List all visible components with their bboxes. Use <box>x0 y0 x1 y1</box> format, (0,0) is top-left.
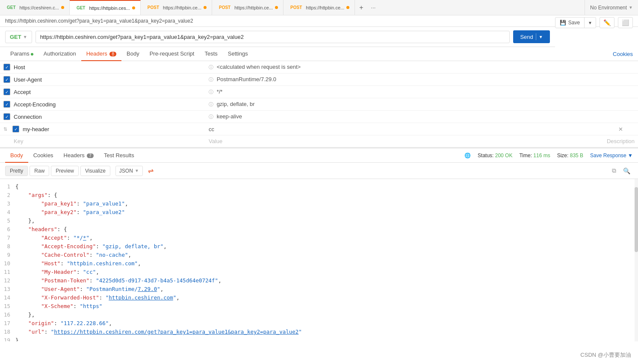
search-button[interactable]: 🔍 <box>620 166 633 176</box>
header-row-connection: ✓ Connection ⓘ keep-alive <box>0 111 638 123</box>
save-label: Save <box>568 20 580 26</box>
save-response-button[interactable]: Save Response ▼ <box>590 153 633 159</box>
delete-my-header-icon[interactable]: ✕ <box>618 126 623 132</box>
tab-item-4[interactable]: POST https://httpbin.ce... <box>212 0 284 15</box>
header-value-my-header: cc <box>209 126 214 132</box>
header-checkbox-host[interactable]: ✓ <box>3 64 10 70</box>
resp-headers-badge: 7 <box>87 153 94 158</box>
tab-method-3: POST <box>146 5 161 10</box>
view-preview-button[interactable]: Preview <box>51 166 79 176</box>
tab-method-1: GET <box>5 5 18 10</box>
request-tabs: Params Authorization Headers 8 Body Pre-… <box>0 47 638 61</box>
headers-area: ✓ Host ⓘ <calculated when request is sen… <box>0 61 638 148</box>
resp-tab-headers[interactable]: Headers 7 <box>59 149 99 163</box>
method-chevron-icon: ▼ <box>23 35 27 39</box>
header-key-accept-encoding: Accept-Encoding <box>14 101 56 108</box>
tab-authorization[interactable]: Authorization <box>38 47 81 61</box>
code-line-15: 15 "X-Scheme": "https" <box>0 302 638 311</box>
code-line-12: 12 "Postman-Token": "4225d0d5-d917-43d7-… <box>0 276 638 285</box>
tab-item-3[interactable]: POST https://httpbin.ce... <box>141 0 212 15</box>
header-row-new: Key Value Description <box>0 135 638 147</box>
code-line-10: 10 "Host": "httpbin.ceshiren.com", <box>0 259 638 268</box>
code-line-5: 5 }, <box>0 217 638 225</box>
send-divider <box>536 33 536 40</box>
edit-button[interactable]: ✏️ <box>600 17 614 28</box>
header-info-accept-encoding[interactable]: ⓘ <box>209 102 213 107</box>
resp-tab-test-results[interactable]: Test Results <box>99 149 139 163</box>
globe-icon: 🌐 <box>464 153 471 159</box>
header-row-accept-encoding: ✓ Accept-Encoding ⓘ gzip, deflate, br <box>0 98 638 111</box>
wrap-icon[interactable]: ⇌ <box>148 167 154 175</box>
breadcrumb-url: https://httpbin.ceshiren.com/get?para_ke… <box>5 18 193 24</box>
header-value-accept: */* <box>217 88 223 95</box>
response-code-block: 1 { 2 "args": { 3 "para_key1": "para_val… <box>0 179 638 341</box>
tab-label-1: https://ceshiren.c... <box>20 5 59 10</box>
tab-item-5[interactable]: POST https://httpbin.ce... <box>284 0 355 15</box>
header-checkbox-connection[interactable]: ✓ <box>3 113 10 120</box>
format-value: JSON <box>119 168 133 174</box>
code-line-17: 17 "origin": "117.22.228.66", <box>0 319 638 328</box>
header-key-accept: Accept <box>14 89 31 95</box>
tab-pre-request-script[interactable]: Pre-request Script <box>145 47 200 61</box>
environment-label: No Environment <box>590 5 627 11</box>
resp-tab-cookies[interactable]: Cookies <box>28 149 59 163</box>
header-value-host: <calculated when request is sent> <box>217 64 301 70</box>
tab-tests[interactable]: Tests <box>199 47 222 61</box>
tab-params[interactable]: Params <box>5 47 38 61</box>
headers-table: ✓ Host ⓘ <calculated when request is sen… <box>0 61 638 147</box>
send-label: Send <box>520 34 533 40</box>
header-value-placeholder: Value <box>209 138 222 144</box>
tab-label-2: https://httpbin.ces... <box>89 6 130 11</box>
header-key-my-header: my-header <box>23 126 49 132</box>
header-info-connection[interactable]: ⓘ <box>209 114 213 119</box>
info-panel-button[interactable]: ⬜ <box>618 17 633 28</box>
environment-selector[interactable]: No Environment ▼ <box>585 0 638 15</box>
tab-settings[interactable]: Settings <box>223 47 253 61</box>
header-checkbox-user-agent[interactable]: ✓ <box>3 76 10 83</box>
header-checkbox-accept-encoding[interactable]: ✓ <box>3 101 10 108</box>
code-line-13: 13 "User-Agent": "PostmanRuntime/7.29.0"… <box>0 285 638 294</box>
code-line-16: 16 }, <box>0 311 638 319</box>
save-icon: 💾 <box>560 20 566 26</box>
copy-button[interactable]: ⧉ <box>609 165 619 176</box>
header-info-accept[interactable]: ⓘ <box>209 89 213 94</box>
save-dropdown-button[interactable]: ▼ <box>585 19 596 27</box>
tab-headers[interactable]: Headers 8 <box>81 47 121 61</box>
url-input[interactable] <box>35 31 510 43</box>
send-chevron-icon: ▼ <box>539 35 543 39</box>
header-row-host: ✓ Host ⓘ <calculated when request is sen… <box>0 61 638 73</box>
tab-bar: GET https://ceshiren.c... GET https://ht… <box>0 0 638 15</box>
resp-tab-body[interactable]: Body <box>5 149 28 163</box>
header-key-connection: Connection <box>14 114 42 120</box>
tab-body[interactable]: Body <box>121 47 145 61</box>
header-info-user-agent[interactable]: ⓘ <box>209 77 213 82</box>
header-row-accept: ✓ Accept ⓘ */* <box>0 86 638 98</box>
view-pretty-button[interactable]: Pretty <box>5 166 28 176</box>
header-checkbox-my-header[interactable]: ✓ <box>12 126 19 132</box>
more-tabs-button[interactable]: ··· <box>368 4 379 11</box>
send-button[interactable]: Send ▼ <box>513 30 549 43</box>
header-key-placeholder: Key <box>14 138 23 144</box>
new-tab-button[interactable]: + <box>355 4 367 12</box>
environment-chevron-icon: ▼ <box>629 5 633 10</box>
header-value-connection: keep-alive <box>217 113 242 120</box>
tab-item-2[interactable]: GET https://httpbin.ces... <box>70 0 141 15</box>
scrollbar-thumb[interactable] <box>635 187 638 252</box>
cookies-link[interactable]: Cookies <box>613 51 633 57</box>
response-section: Body Cookies Headers 7 Test Results 🌐 St… <box>0 148 638 341</box>
code-line-9: 9 "Cache-Control": "no-cache", <box>0 251 638 259</box>
view-visualize-button[interactable]: Visualize <box>80 166 110 176</box>
header-info-host[interactable]: ⓘ <box>209 65 213 70</box>
method-selector[interactable]: GET ▼ <box>5 31 32 43</box>
code-line-6: 6 "headers": { <box>0 225 638 234</box>
code-line-18: 18 "url": "https://httpbin.ceshiren.com/… <box>0 328 638 336</box>
format-selector[interactable]: JSON ▼ <box>115 166 143 176</box>
tab-method-5: POST <box>289 5 304 10</box>
save-button[interactable]: 💾 Save <box>555 18 584 27</box>
view-raw-button[interactable]: Raw <box>30 166 49 176</box>
params-dot <box>31 53 33 56</box>
header-checkbox-accept[interactable]: ✓ <box>3 88 10 95</box>
code-line-4: 4 "para_key2": "para_value2" <box>0 208 638 217</box>
tab-item-1[interactable]: GET https://ceshiren.c... <box>0 0 70 15</box>
code-line-19: 19 } <box>0 336 638 341</box>
